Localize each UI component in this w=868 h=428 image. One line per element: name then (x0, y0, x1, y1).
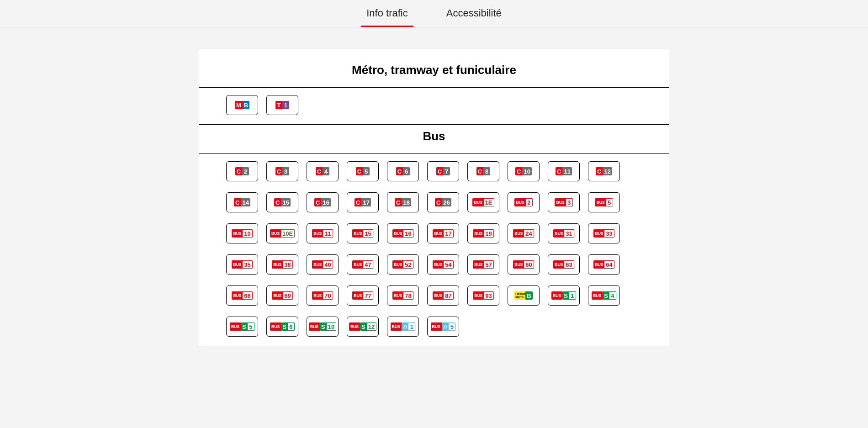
line-btn-c2[interactable]: C2 (226, 161, 258, 181)
line-mid: S (281, 322, 288, 331)
line-btn-s6[interactable]: BUSS6 (266, 317, 298, 337)
line-prefix: T (275, 101, 282, 109)
line-btn-bus3[interactable]: BUS3 (548, 192, 580, 212)
line-btn-bus40[interactable]: BUS40 (307, 254, 339, 275)
line-btn-s4[interactable]: BUSS4 (588, 285, 620, 306)
line-number: 6 (288, 322, 295, 331)
line-prefix: BUS (555, 198, 566, 206)
line-btn-metro-b[interactable]: MB (226, 95, 258, 115)
line-btn-bus77[interactable]: BUS77 (347, 285, 379, 306)
line-number: 26 (442, 198, 451, 206)
line-btn-tram-1[interactable]: T1 (266, 95, 298, 115)
line-mid: S (562, 291, 569, 300)
line-prefix: C (435, 198, 442, 206)
line-btn-bus19[interactable]: BUS19 (467, 223, 499, 243)
line-btn-bus64[interactable]: BUS64 (588, 254, 620, 275)
line-btn-bus15[interactable]: BUS15 (347, 223, 379, 243)
line-prefix: C (556, 167, 562, 175)
line-btn-bus78[interactable]: BUS78 (387, 285, 419, 306)
line-prefix: BUS (352, 291, 363, 300)
line-btn-relais-B[interactable]: RelaisMétroB (508, 285, 540, 306)
line-number: 17 (444, 229, 453, 238)
line-btn-bus63[interactable]: BUS63 (548, 254, 580, 275)
line-btn-bus1E[interactable]: BUS1E (467, 192, 499, 212)
line-btn-bus68[interactable]: BUS68 (226, 285, 258, 306)
line-btn-c16[interactable]: C16 (307, 192, 339, 212)
line-prefix: C (396, 167, 403, 175)
line-number: 7 (443, 167, 450, 175)
line-btn-bus31[interactable]: BUS31 (548, 223, 580, 243)
title-metro: Métro, tramway et funiculaire (199, 60, 669, 88)
line-prefix: C (235, 167, 242, 175)
line-btn-zi5[interactable]: BUSZi5 (427, 317, 459, 337)
line-btn-bus52[interactable]: BUS52 (387, 254, 419, 275)
line-btn-c18[interactable]: C18 (387, 192, 419, 212)
line-btn-bus35[interactable]: BUS35 (226, 254, 258, 275)
line-btn-bus47[interactable]: BUS47 (347, 254, 379, 275)
line-btn-c11[interactable]: C11 (548, 161, 580, 181)
line-btn-zi1[interactable]: BUSZi1 (387, 317, 419, 337)
line-number: 3 (566, 198, 573, 206)
line-btn-bus11[interactable]: BUS11 (307, 223, 339, 243)
line-btn-c6[interactable]: C6 (387, 161, 419, 181)
line-btn-s12[interactable]: BUSS12 (347, 317, 379, 337)
line-btn-c14[interactable]: C14 (226, 192, 258, 212)
line-btn-bus5[interactable]: BUS5 (588, 192, 620, 212)
tab-accessibilite[interactable]: Accessibilité (441, 0, 507, 27)
line-prefix: BUS (352, 260, 363, 269)
line-btn-c5[interactable]: C5 (347, 161, 379, 181)
line-btn-c26[interactable]: C26 (427, 192, 459, 212)
line-number: 11 (323, 229, 333, 238)
line-btn-c15[interactable]: C15 (266, 192, 298, 212)
line-prefix: BUS (553, 260, 564, 269)
line-btn-c12[interactable]: C12 (588, 161, 620, 181)
line-prefix: BUS (349, 322, 360, 331)
line-btn-bus2[interactable]: BUS2 (508, 192, 540, 212)
line-btn-c3[interactable]: C3 (266, 161, 298, 181)
line-prefix: BUS (392, 291, 403, 300)
line-btn-bus17[interactable]: BUS17 (427, 223, 459, 243)
line-btn-bus16[interactable]: BUS16 (387, 223, 419, 243)
line-btn-c4[interactable]: C4 (307, 161, 339, 181)
section-metro: MBT1 (199, 88, 669, 125)
line-btn-bus57[interactable]: BUS57 (467, 254, 499, 275)
line-prefix: C (234, 198, 241, 206)
line-btn-bus10[interactable]: BUS10 (226, 223, 258, 243)
line-btn-s5[interactable]: BUSS5 (226, 317, 258, 337)
line-prefix: BUS (551, 291, 562, 300)
line-number: 52 (403, 260, 413, 269)
line-prefix: BUS (433, 260, 444, 269)
line-number: 10 (522, 167, 531, 175)
line-btn-bus33[interactable]: BUS33 (588, 223, 620, 243)
line-btn-bus10E[interactable]: BUS10E (266, 223, 298, 243)
line-btn-bus60[interactable]: BUS60 (508, 254, 540, 275)
metro-grid: MBT1 (226, 95, 642, 115)
line-btn-bus70[interactable]: BUS70 (307, 285, 339, 306)
line-btn-c17[interactable]: C17 (347, 192, 379, 212)
line-number: 60 (524, 260, 534, 269)
line-number: 2 (242, 167, 249, 175)
line-prefix: C (314, 198, 321, 206)
line-prefix: BUS (513, 260, 524, 269)
line-btn-bus93[interactable]: BUS93 (467, 285, 499, 306)
tab-info-trafic[interactable]: Info trafic (361, 0, 413, 27)
line-btn-bus69[interactable]: BUS69 (266, 285, 298, 306)
line-btn-bus24[interactable]: BUS24 (508, 223, 540, 243)
line-btn-c7[interactable]: C7 (427, 161, 459, 181)
line-btn-bus87[interactable]: BUS87 (427, 285, 459, 306)
line-btn-c10[interactable]: C10 (508, 161, 540, 181)
line-btn-s10[interactable]: BUSS10 (307, 317, 339, 337)
line-number: 12 (367, 322, 376, 331)
line-prefix: BUS (472, 198, 483, 206)
line-btn-c8[interactable]: C8 (467, 161, 499, 181)
line-number: 15 (281, 198, 290, 206)
line-btn-bus38[interactable]: BUS38 (266, 254, 298, 275)
line-number: 24 (524, 229, 534, 238)
line-number: 93 (484, 291, 493, 300)
line-mid: S (320, 322, 327, 331)
line-number: 38 (283, 260, 292, 269)
line-number: 31 (564, 229, 574, 238)
line-mid: Zi (442, 322, 449, 331)
line-btn-bus54[interactable]: BUS54 (427, 254, 459, 275)
line-btn-s1[interactable]: BUSS1 (548, 285, 580, 306)
